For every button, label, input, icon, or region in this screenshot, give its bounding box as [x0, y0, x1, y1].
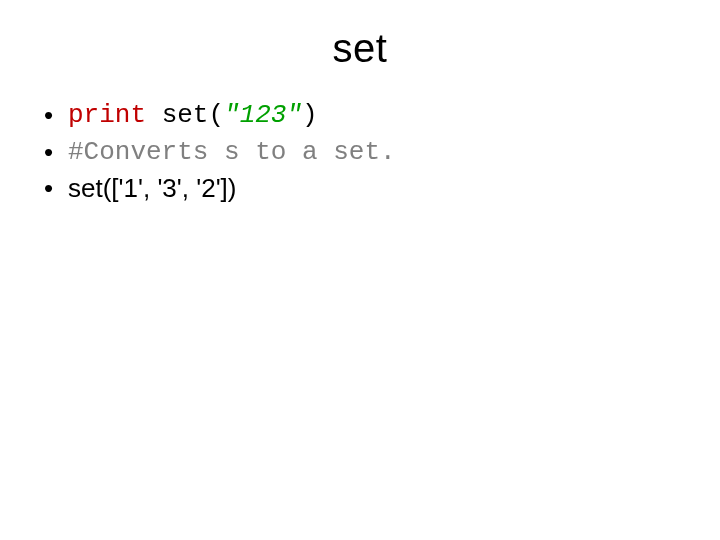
slide-title: set: [40, 26, 680, 71]
slide: set print set("123") #Converts s to a se…: [0, 0, 720, 540]
output-line: set(['1', '3', '2']): [68, 172, 237, 205]
code-keyword: print: [68, 100, 146, 130]
bullet-comment: #Converts s to a set.: [44, 136, 680, 169]
bullet-list: print set("123") #Converts s to a set. s…: [40, 99, 680, 205]
code-lparen: (: [208, 100, 224, 130]
code-func: set: [162, 100, 209, 130]
code-string: "123": [224, 100, 302, 130]
code-space: [146, 100, 162, 130]
bullet-output: set(['1', '3', '2']): [44, 172, 680, 205]
comment-line: #Converts s to a set.: [68, 136, 396, 169]
code-rparen: ): [302, 100, 318, 130]
bullet-code: print set("123"): [44, 99, 680, 132]
code-line: print set("123"): [68, 99, 318, 132]
